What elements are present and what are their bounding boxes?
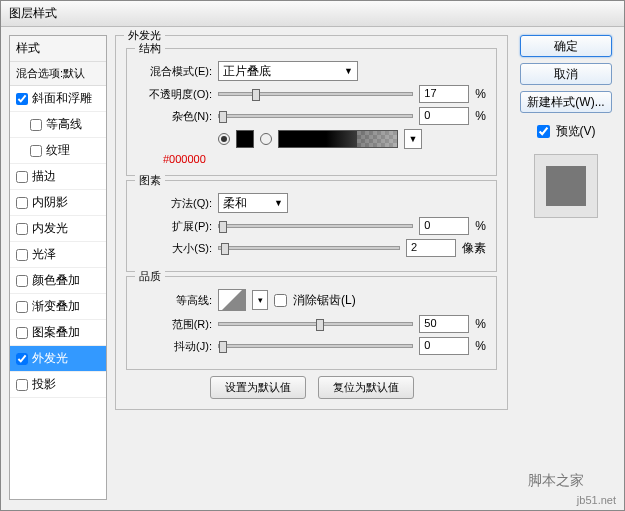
range-slider[interactable] [218,322,413,326]
pct-unit: % [475,109,486,123]
hex-annotation: #000000 [163,153,486,165]
chevron-down-icon: ▼ [409,134,418,144]
preview-label: 预览(V) [556,123,596,140]
elements-group: 图素 方法(Q): 柔和 ▼ 扩展(P): 0 % [126,180,497,272]
sidebar-checkbox[interactable] [16,223,28,235]
method-value: 柔和 [223,195,247,212]
sidebar-blend-defaults[interactable]: 混合选项:默认 [10,62,106,86]
watermark-url: jb51.net [577,494,616,506]
sidebar-item-label: 等高线 [46,116,82,133]
pct-unit: % [475,317,486,331]
elements-legend: 图素 [135,173,165,188]
cancel-button[interactable]: 取消 [520,63,612,85]
watermark-text: 脚本之家 [528,472,584,490]
blend-mode-label: 混合模式(E): [137,64,212,79]
chevron-down-icon: ▼ [274,198,283,208]
size-label: 大小(S): [137,241,212,256]
sidebar-item-10[interactable]: 外发光 [10,346,106,372]
sidebar-checkbox[interactable] [16,379,28,391]
method-label: 方法(Q): [137,196,212,211]
sidebar-item-label: 渐变叠加 [32,298,80,315]
antialias-label: 消除锯齿(L) [293,292,356,309]
sidebar-item-7[interactable]: 颜色叠加 [10,268,106,294]
gradient-dropdown[interactable]: ▼ [404,129,422,149]
quality-group: 品质 等高线: ▾ 消除锯齿(L) 范围(R): 50 % [126,276,497,370]
structure-group: 结构 混合模式(E): 正片叠底 ▼ 不透明度(O): 17 % [126,48,497,176]
noise-label: 杂色(N): [137,109,212,124]
range-input[interactable]: 50 [419,315,469,333]
sidebar-checkbox[interactable] [16,301,28,313]
sidebar-item-label: 外发光 [32,350,68,367]
sidebar-item-4[interactable]: 内阴影 [10,190,106,216]
pct-unit: % [475,219,486,233]
noise-input[interactable]: 0 [419,107,469,125]
sidebar-item-8[interactable]: 渐变叠加 [10,294,106,320]
jitter-input[interactable]: 0 [419,337,469,355]
outer-glow-panel: 外发光 结构 混合模式(E): 正片叠底 ▼ 不透明度(O): 17 [115,35,508,410]
sidebar-item-1[interactable]: 等高线 [10,112,106,138]
sidebar-item-11[interactable]: 投影 [10,372,106,398]
sidebar-item-0[interactable]: 斜面和浮雕 [10,86,106,112]
sidebar-item-label: 图案叠加 [32,324,80,341]
styles-sidebar: 样式 混合选项:默认 斜面和浮雕等高线纹理描边内阴影内发光光泽颜色叠加渐变叠加图… [9,35,107,500]
sidebar-item-9[interactable]: 图案叠加 [10,320,106,346]
noise-slider[interactable] [218,114,413,118]
color-swatch[interactable] [236,130,254,148]
size-input[interactable]: 2 [406,239,456,257]
sidebar-item-label: 内阴影 [32,194,68,211]
pct-unit: % [475,339,486,353]
sidebar-item-label: 投影 [32,376,56,393]
chevron-down-icon: ▼ [344,66,353,76]
sidebar-item-2[interactable]: 纹理 [10,138,106,164]
sidebar-header[interactable]: 样式 [10,36,106,62]
sidebar-checkbox[interactable] [16,327,28,339]
sidebar-checkbox[interactable] [30,119,42,131]
new-style-button[interactable]: 新建样式(W)... [520,91,612,113]
blend-mode-combo[interactable]: 正片叠底 ▼ [218,61,358,81]
sidebar-item-3[interactable]: 描边 [10,164,106,190]
titlebar[interactable]: 图层样式 [1,1,624,27]
contour-picker[interactable] [218,289,246,311]
sidebar-item-label: 斜面和浮雕 [32,90,92,107]
jitter-slider[interactable] [218,344,413,348]
sidebar-checkbox[interactable] [16,171,28,183]
sidebar-checkbox[interactable] [16,249,28,261]
px-unit: 像素 [462,240,486,257]
spread-label: 扩展(P): [137,219,212,234]
layer-style-dialog: 图层样式 样式 混合选项:默认 斜面和浮雕等高线纹理描边内阴影内发光光泽颜色叠加… [0,0,625,511]
sidebar-checkbox[interactable] [30,145,42,157]
size-slider[interactable] [218,246,400,250]
range-label: 范围(R): [137,317,212,332]
antialias-checkbox[interactable] [274,294,287,307]
preview-thumbnail [534,154,598,218]
set-default-button[interactable]: 设置为默认值 [210,376,306,399]
gradient-radio[interactable] [260,133,272,145]
sidebar-item-label: 光泽 [32,246,56,263]
blend-mode-value: 正片叠底 [223,63,271,80]
contour-dropdown[interactable]: ▾ [252,290,268,310]
sidebar-checkbox[interactable] [16,275,28,287]
opacity-slider[interactable] [218,92,413,96]
title-text: 图层样式 [9,6,57,20]
sidebar-checkbox[interactable] [16,197,28,209]
preview-checkbox[interactable] [537,125,550,138]
quality-legend: 品质 [135,269,165,284]
sidebar-item-label: 纹理 [46,142,70,159]
spread-slider[interactable] [218,224,413,228]
method-combo[interactable]: 柔和 ▼ [218,193,288,213]
gradient-picker[interactable] [278,130,398,148]
sidebar-item-5[interactable]: 内发光 [10,216,106,242]
contour-label: 等高线: [137,293,212,308]
sidebar-checkbox[interactable] [16,353,28,365]
reset-default-button[interactable]: 复位为默认值 [318,376,414,399]
color-radio[interactable] [218,133,230,145]
sidebar-checkbox[interactable] [16,93,28,105]
chevron-down-icon: ▾ [258,295,263,305]
pct-unit: % [475,87,486,101]
sidebar-item-6[interactable]: 光泽 [10,242,106,268]
spread-input[interactable]: 0 [419,217,469,235]
sidebar-item-label: 颜色叠加 [32,272,80,289]
opacity-input[interactable]: 17 [419,85,469,103]
ok-button[interactable]: 确定 [520,35,612,57]
structure-legend: 结构 [135,41,165,56]
